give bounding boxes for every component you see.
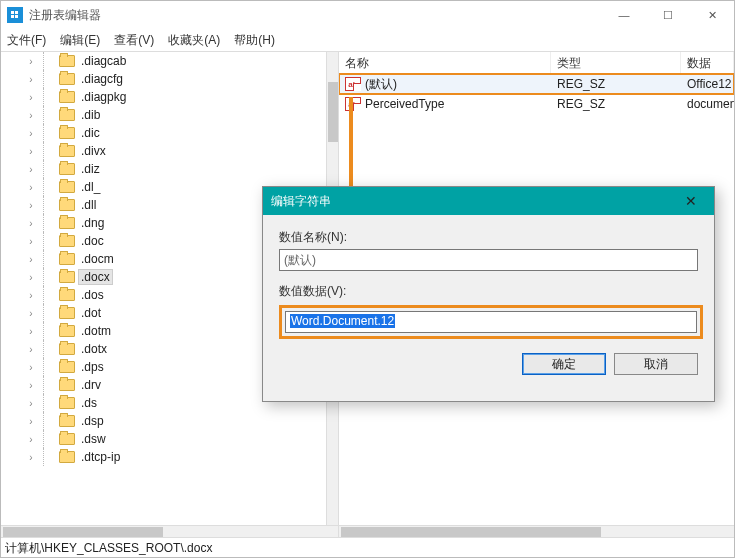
folder-icon (59, 217, 75, 229)
folder-icon (59, 199, 75, 211)
value-type: REG_SZ (551, 97, 681, 111)
value-row[interactable]: ab(默认)REG_SZOffice12 (339, 74, 734, 94)
tree-item[interactable]: ›.diagcfg (1, 70, 326, 88)
expand-icon[interactable]: › (25, 434, 37, 445)
tree-label: .dib (79, 108, 102, 122)
ok-button[interactable]: 确定 (522, 353, 606, 375)
tree-line (43, 430, 57, 448)
expand-icon[interactable]: › (25, 362, 37, 373)
close-button[interactable]: ✕ (690, 1, 734, 29)
dialog-title: 编辑字符串 (271, 193, 331, 210)
menu-file[interactable]: 文件(F) (7, 32, 46, 49)
tree-item[interactable]: ›.dsp (1, 412, 326, 430)
expand-icon[interactable]: › (25, 56, 37, 67)
expand-icon[interactable]: › (25, 200, 37, 211)
expand-icon[interactable]: › (25, 254, 37, 265)
expand-icon[interactable]: › (25, 110, 37, 121)
tree-label: .drv (79, 378, 103, 392)
folder-icon (59, 451, 75, 463)
expand-icon[interactable]: › (25, 290, 37, 301)
menu-help[interactable]: 帮助(H) (234, 32, 275, 49)
tree-item[interactable]: ›.divx (1, 142, 326, 160)
tree-item[interactable]: ›.diagcab (1, 52, 326, 70)
expand-icon[interactable]: › (25, 236, 37, 247)
value-name-label: 数值名称(N): (279, 229, 698, 246)
tree-hscrollbar[interactable] (1, 525, 338, 537)
tree-item[interactable]: ›.dib (1, 106, 326, 124)
values-list[interactable]: ab(默认)REG_SZOffice12abPerceivedTypeREG_S… (339, 74, 734, 114)
tree-line (43, 286, 57, 304)
value-data-selection: Word.Document.12 (290, 314, 395, 328)
minimize-button[interactable]: — (602, 1, 646, 29)
value-name: PerceivedType (365, 97, 444, 111)
folder-icon (59, 91, 75, 103)
cancel-button[interactable]: 取消 (614, 353, 698, 375)
titlebar: 注册表编辑器 — ☐ ✕ (1, 1, 734, 29)
value-row[interactable]: abPerceivedTypeREG_SZdocumen (339, 94, 734, 114)
dialog-buttons: 确定 取消 (263, 339, 714, 389)
tree-item[interactable]: ›.diagpkg (1, 88, 326, 106)
string-value-icon: ab (345, 77, 361, 91)
value-name-input[interactable] (279, 249, 698, 271)
window-controls: — ☐ ✕ (602, 1, 734, 29)
tree-item[interactable]: ›.dsw (1, 430, 326, 448)
expand-icon[interactable]: › (25, 344, 37, 355)
values-hscrollbar[interactable] (339, 525, 734, 537)
tree-line (43, 196, 57, 214)
string-value-icon: ab (345, 97, 361, 111)
tree-label: .dotm (79, 324, 113, 338)
col-type[interactable]: 类型 (551, 52, 681, 73)
col-name[interactable]: 名称 (339, 52, 551, 73)
maximize-button[interactable]: ☐ (646, 1, 690, 29)
expand-icon[interactable]: › (25, 218, 37, 229)
expand-icon[interactable]: › (25, 452, 37, 463)
tree-item[interactable]: ›.dtcp-ip (1, 448, 326, 466)
menubar: 文件(F) 编辑(E) 查看(V) 收藏夹(A) 帮助(H) (1, 29, 734, 51)
expand-icon[interactable]: › (25, 74, 37, 85)
tree-line (43, 448, 57, 466)
expand-icon[interactable]: › (25, 326, 37, 337)
menu-view[interactable]: 查看(V) (114, 32, 154, 49)
tree-item[interactable]: ›.diz (1, 160, 326, 178)
menu-edit[interactable]: 编辑(E) (60, 32, 100, 49)
folder-icon (59, 253, 75, 265)
expand-icon[interactable]: › (25, 380, 37, 391)
tree-label: .dtcp-ip (79, 450, 122, 464)
expand-icon[interactable]: › (25, 128, 37, 139)
tree-label: .diz (79, 162, 102, 176)
value-data: documen (681, 97, 734, 111)
expand-icon[interactable]: › (25, 308, 37, 319)
tree-line (43, 232, 57, 250)
expand-icon[interactable]: › (25, 272, 37, 283)
tree-line (43, 214, 57, 232)
expand-icon[interactable]: › (25, 182, 37, 193)
menu-favorites[interactable]: 收藏夹(A) (168, 32, 220, 49)
folder-icon (59, 325, 75, 337)
tree-line (43, 160, 57, 178)
tree-label: .dl_ (79, 180, 102, 194)
folder-icon (59, 379, 75, 391)
folder-icon (59, 361, 75, 373)
tree-line (43, 178, 57, 196)
folder-icon (59, 343, 75, 355)
tree-label: .ds (79, 396, 99, 410)
window-title: 注册表编辑器 (29, 7, 101, 24)
folder-icon (59, 235, 75, 247)
tree-label: .dos (79, 288, 106, 302)
expand-icon[interactable]: › (25, 398, 37, 409)
expand-icon[interactable]: › (25, 416, 37, 427)
dialog-close-button[interactable]: ✕ (676, 193, 706, 209)
dialog-body: 数值名称(N): 数值数据(V): Word.Document.12 (263, 215, 714, 339)
tree-label: .docx (79, 270, 112, 284)
tree-label: .diagcfg (79, 72, 125, 86)
expand-icon[interactable]: › (25, 164, 37, 175)
tree-line (43, 250, 57, 268)
col-data[interactable]: 数据 (681, 52, 734, 73)
expand-icon[interactable]: › (25, 92, 37, 103)
tree-item[interactable]: ›.dic (1, 124, 326, 142)
folder-icon (59, 145, 75, 157)
tree-line (43, 358, 57, 376)
expand-icon[interactable]: › (25, 146, 37, 157)
tree-line (43, 412, 57, 430)
tree-label: .dps (79, 360, 106, 374)
